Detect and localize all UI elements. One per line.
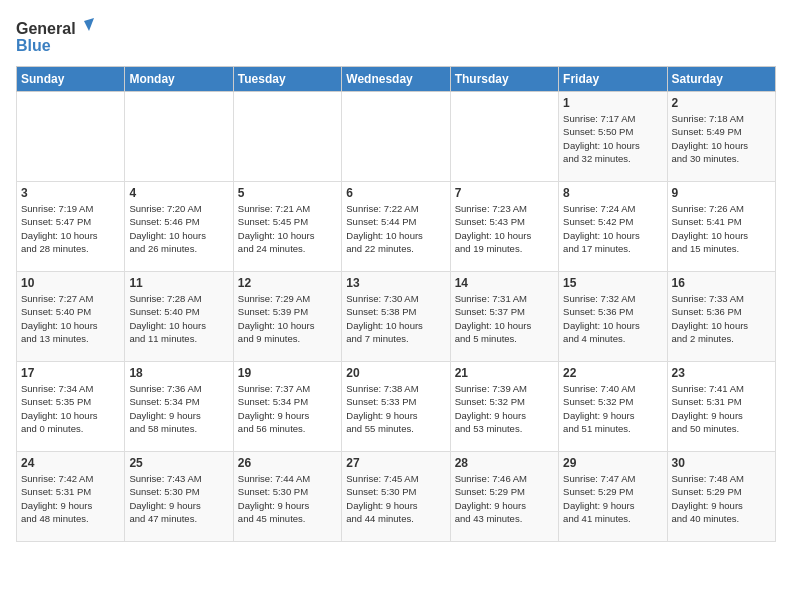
day-cell xyxy=(342,92,450,182)
day-cell: 18Sunrise: 7:36 AM Sunset: 5:34 PM Dayli… xyxy=(125,362,233,452)
day-cell: 12Sunrise: 7:29 AM Sunset: 5:39 PM Dayli… xyxy=(233,272,341,362)
day-info: Sunrise: 7:45 AM Sunset: 5:30 PM Dayligh… xyxy=(346,472,445,525)
col-header-saturday: Saturday xyxy=(667,67,775,92)
day-info: Sunrise: 7:37 AM Sunset: 5:34 PM Dayligh… xyxy=(238,382,337,435)
day-number: 10 xyxy=(21,276,120,290)
day-cell: 21Sunrise: 7:39 AM Sunset: 5:32 PM Dayli… xyxy=(450,362,558,452)
day-info: Sunrise: 7:18 AM Sunset: 5:49 PM Dayligh… xyxy=(672,112,771,165)
day-number: 2 xyxy=(672,96,771,110)
day-info: Sunrise: 7:39 AM Sunset: 5:32 PM Dayligh… xyxy=(455,382,554,435)
week-row-1: 1Sunrise: 7:17 AM Sunset: 5:50 PM Daylig… xyxy=(17,92,776,182)
day-cell: 3Sunrise: 7:19 AM Sunset: 5:47 PM Daylig… xyxy=(17,182,125,272)
day-info: Sunrise: 7:26 AM Sunset: 5:41 PM Dayligh… xyxy=(672,202,771,255)
day-number: 7 xyxy=(455,186,554,200)
svg-text:Blue: Blue xyxy=(16,37,51,54)
day-cell: 9Sunrise: 7:26 AM Sunset: 5:41 PM Daylig… xyxy=(667,182,775,272)
calendar-body: 1Sunrise: 7:17 AM Sunset: 5:50 PM Daylig… xyxy=(17,92,776,542)
day-info: Sunrise: 7:47 AM Sunset: 5:29 PM Dayligh… xyxy=(563,472,662,525)
day-cell: 16Sunrise: 7:33 AM Sunset: 5:36 PM Dayli… xyxy=(667,272,775,362)
day-number: 4 xyxy=(129,186,228,200)
day-cell: 15Sunrise: 7:32 AM Sunset: 5:36 PM Dayli… xyxy=(559,272,667,362)
col-header-tuesday: Tuesday xyxy=(233,67,341,92)
day-cell: 20Sunrise: 7:38 AM Sunset: 5:33 PM Dayli… xyxy=(342,362,450,452)
day-cell: 29Sunrise: 7:47 AM Sunset: 5:29 PM Dayli… xyxy=(559,452,667,542)
day-info: Sunrise: 7:34 AM Sunset: 5:35 PM Dayligh… xyxy=(21,382,120,435)
day-info: Sunrise: 7:42 AM Sunset: 5:31 PM Dayligh… xyxy=(21,472,120,525)
day-cell xyxy=(125,92,233,182)
day-number: 29 xyxy=(563,456,662,470)
day-number: 24 xyxy=(21,456,120,470)
day-cell: 13Sunrise: 7:30 AM Sunset: 5:38 PM Dayli… xyxy=(342,272,450,362)
day-cell: 5Sunrise: 7:21 AM Sunset: 5:45 PM Daylig… xyxy=(233,182,341,272)
day-number: 8 xyxy=(563,186,662,200)
day-cell: 30Sunrise: 7:48 AM Sunset: 5:29 PM Dayli… xyxy=(667,452,775,542)
day-cell: 7Sunrise: 7:23 AM Sunset: 5:43 PM Daylig… xyxy=(450,182,558,272)
col-header-monday: Monday xyxy=(125,67,233,92)
day-cell xyxy=(450,92,558,182)
day-cell: 4Sunrise: 7:20 AM Sunset: 5:46 PM Daylig… xyxy=(125,182,233,272)
day-info: Sunrise: 7:21 AM Sunset: 5:45 PM Dayligh… xyxy=(238,202,337,255)
day-number: 1 xyxy=(563,96,662,110)
day-number: 25 xyxy=(129,456,228,470)
day-info: Sunrise: 7:23 AM Sunset: 5:43 PM Dayligh… xyxy=(455,202,554,255)
day-cell xyxy=(17,92,125,182)
day-number: 20 xyxy=(346,366,445,380)
day-number: 14 xyxy=(455,276,554,290)
day-number: 27 xyxy=(346,456,445,470)
day-cell: 6Sunrise: 7:22 AM Sunset: 5:44 PM Daylig… xyxy=(342,182,450,272)
day-info: Sunrise: 7:22 AM Sunset: 5:44 PM Dayligh… xyxy=(346,202,445,255)
col-header-wednesday: Wednesday xyxy=(342,67,450,92)
day-cell: 27Sunrise: 7:45 AM Sunset: 5:30 PM Dayli… xyxy=(342,452,450,542)
day-info: Sunrise: 7:20 AM Sunset: 5:46 PM Dayligh… xyxy=(129,202,228,255)
day-info: Sunrise: 7:41 AM Sunset: 5:31 PM Dayligh… xyxy=(672,382,771,435)
day-info: Sunrise: 7:28 AM Sunset: 5:40 PM Dayligh… xyxy=(129,292,228,345)
logo: GeneralBlue xyxy=(16,16,96,56)
day-info: Sunrise: 7:40 AM Sunset: 5:32 PM Dayligh… xyxy=(563,382,662,435)
day-cell: 26Sunrise: 7:44 AM Sunset: 5:30 PM Dayli… xyxy=(233,452,341,542)
day-cell: 17Sunrise: 7:34 AM Sunset: 5:35 PM Dayli… xyxy=(17,362,125,452)
week-row-3: 10Sunrise: 7:27 AM Sunset: 5:40 PM Dayli… xyxy=(17,272,776,362)
day-number: 18 xyxy=(129,366,228,380)
svg-marker-2 xyxy=(84,18,94,31)
day-number: 6 xyxy=(346,186,445,200)
day-info: Sunrise: 7:27 AM Sunset: 5:40 PM Dayligh… xyxy=(21,292,120,345)
day-number: 30 xyxy=(672,456,771,470)
day-number: 17 xyxy=(21,366,120,380)
day-cell xyxy=(233,92,341,182)
day-info: Sunrise: 7:44 AM Sunset: 5:30 PM Dayligh… xyxy=(238,472,337,525)
day-cell: 14Sunrise: 7:31 AM Sunset: 5:37 PM Dayli… xyxy=(450,272,558,362)
logo-svg: GeneralBlue xyxy=(16,16,96,56)
col-header-friday: Friday xyxy=(559,67,667,92)
day-info: Sunrise: 7:30 AM Sunset: 5:38 PM Dayligh… xyxy=(346,292,445,345)
day-number: 3 xyxy=(21,186,120,200)
day-cell: 22Sunrise: 7:40 AM Sunset: 5:32 PM Dayli… xyxy=(559,362,667,452)
day-info: Sunrise: 7:32 AM Sunset: 5:36 PM Dayligh… xyxy=(563,292,662,345)
week-row-4: 17Sunrise: 7:34 AM Sunset: 5:35 PM Dayli… xyxy=(17,362,776,452)
col-header-thursday: Thursday xyxy=(450,67,558,92)
svg-text:General: General xyxy=(16,20,76,37)
day-cell: 1Sunrise: 7:17 AM Sunset: 5:50 PM Daylig… xyxy=(559,92,667,182)
day-number: 23 xyxy=(672,366,771,380)
day-cell: 28Sunrise: 7:46 AM Sunset: 5:29 PM Dayli… xyxy=(450,452,558,542)
day-number: 5 xyxy=(238,186,337,200)
day-cell: 11Sunrise: 7:28 AM Sunset: 5:40 PM Dayli… xyxy=(125,272,233,362)
col-header-sunday: Sunday xyxy=(17,67,125,92)
day-cell: 23Sunrise: 7:41 AM Sunset: 5:31 PM Dayli… xyxy=(667,362,775,452)
week-row-5: 24Sunrise: 7:42 AM Sunset: 5:31 PM Dayli… xyxy=(17,452,776,542)
page-header: GeneralBlue xyxy=(16,16,776,56)
day-info: Sunrise: 7:19 AM Sunset: 5:47 PM Dayligh… xyxy=(21,202,120,255)
day-cell: 10Sunrise: 7:27 AM Sunset: 5:40 PM Dayli… xyxy=(17,272,125,362)
day-number: 11 xyxy=(129,276,228,290)
day-number: 16 xyxy=(672,276,771,290)
day-info: Sunrise: 7:43 AM Sunset: 5:30 PM Dayligh… xyxy=(129,472,228,525)
day-info: Sunrise: 7:31 AM Sunset: 5:37 PM Dayligh… xyxy=(455,292,554,345)
day-number: 13 xyxy=(346,276,445,290)
week-row-2: 3Sunrise: 7:19 AM Sunset: 5:47 PM Daylig… xyxy=(17,182,776,272)
day-number: 9 xyxy=(672,186,771,200)
day-number: 19 xyxy=(238,366,337,380)
day-info: Sunrise: 7:46 AM Sunset: 5:29 PM Dayligh… xyxy=(455,472,554,525)
day-info: Sunrise: 7:38 AM Sunset: 5:33 PM Dayligh… xyxy=(346,382,445,435)
day-number: 15 xyxy=(563,276,662,290)
day-number: 12 xyxy=(238,276,337,290)
day-number: 28 xyxy=(455,456,554,470)
